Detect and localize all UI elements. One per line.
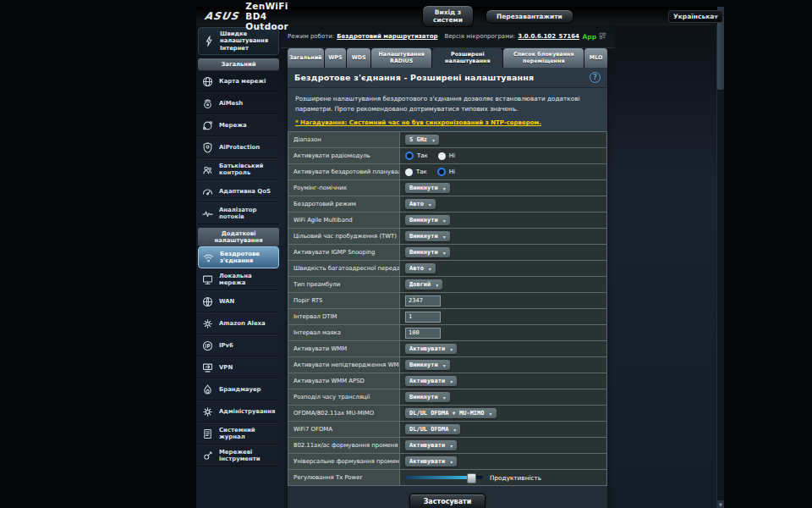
reboot-button[interactable]: Перезавантажити: [486, 9, 573, 24]
operation-mode-label: Режим роботи:: [288, 33, 334, 40]
chevron-down-icon: ▾: [453, 427, 456, 433]
igmp-snooping-select[interactable]: Вимкнути▾: [405, 247, 450, 257]
slider-handle[interactable]: [467, 473, 476, 483]
tab-roaming-block-list[interactable]: Список блокування переміщення: [503, 48, 584, 68]
sidebar-item-wan[interactable]: WAN: [198, 290, 279, 312]
table-row: 802.11ax/ac формування променя Активуват…: [288, 438, 606, 454]
table-row: Розподіл часу трансляції Вимкнути▾: [288, 389, 606, 406]
sidebar-item-adaptive-qos[interactable]: Адаптивна QoS: [198, 180, 279, 202]
field-label: Універсальне формування променя: [288, 454, 400, 470]
scroll-down-arrow[interactable]: ▼: [717, 500, 724, 508]
radio-yes[interactable]: [405, 152, 414, 160]
sidebar-item-administration[interactable]: Адміністрування: [198, 400, 279, 422]
language-label: Українська: [673, 13, 714, 20]
chevron-down-icon: ▾: [443, 218, 446, 224]
wmm-apsd-select[interactable]: Активувати▾: [405, 376, 457, 386]
sidebar-item-network-map[interactable]: Карта мережі: [198, 70, 279, 92]
wmm-no-ack-select[interactable]: Вимкнути▾: [405, 360, 450, 370]
firmware-version-link[interactable]: 3.0.0.6.102_57164: [518, 33, 579, 40]
chevron-down-icon: ▾: [450, 378, 453, 384]
scrollbar-thumb[interactable]: [717, 15, 724, 90]
ntp-warning-link[interactable]: * Нагадування: Системний час не був синх…: [288, 117, 607, 131]
band-select[interactable]: 5 GHz▾: [405, 135, 439, 145]
ofdma-mu-mimo-select[interactable]: DL/UL OFDMA + MU-MIMO▾: [405, 408, 497, 418]
multicast-rate-select[interactable]: Авто▾: [405, 263, 436, 273]
sidebar-item-ipv6[interactable]: IPv6: [198, 334, 279, 356]
sidebar-item-network[interactable]: Мережа: [198, 114, 279, 136]
tab-radius[interactable]: Налаштування RADIUS: [371, 48, 431, 68]
field-label: WiFi Agile Multiband: [288, 213, 400, 229]
apply-button[interactable]: Застосувати: [409, 494, 486, 508]
sidebar-item-quick-internet-setup[interactable]: Швидке налаштування Інтернет: [198, 27, 279, 55]
gauge-icon: [200, 184, 215, 199]
scrollbar[interactable]: ▲ ▼: [716, 7, 724, 508]
sidebar-item-firewall[interactable]: Брандмауер: [198, 378, 279, 400]
wifi7-ofdma-select[interactable]: DL/UL OFDMA▾: [405, 424, 460, 434]
sidebar-item-parental-control[interactable]: Батьківський контроль: [198, 158, 279, 180]
field-label: Діапазон: [288, 132, 400, 148]
content-panel: Бездротове з'єднання - Розширені налашту…: [288, 68, 607, 508]
sidebar-item-traffic-analyzer[interactable]: Аналізатор потоків: [198, 202, 279, 224]
sidebar-item-aiprotection[interactable]: AiProtection: [198, 136, 279, 158]
sidebar-item-system-log[interactable]: Системний журнал: [198, 422, 279, 444]
help-icon[interactable]: ?: [590, 72, 601, 83]
tab-professional[interactable]: Розширені налаштування: [432, 48, 502, 68]
wireless-mode-select[interactable]: Авто▾: [405, 199, 436, 209]
rts-threshold-input[interactable]: [405, 295, 441, 306]
tab-general[interactable]: Загальний: [288, 48, 324, 68]
chevron-down-icon: ▾: [443, 362, 446, 368]
firmware-label: Версія мікропрограми:: [444, 33, 515, 40]
field-label: Поріг RTS: [288, 293, 400, 309]
field-label: OFDMA/802.11ax MU-MIMO: [288, 406, 400, 422]
table-row: Швидкість багатоадресної передачі (Мбіт/…: [288, 261, 606, 277]
universal-beamforming-select[interactable]: Активувати▾: [405, 456, 457, 467]
enable-radio-group: Так Ні: [405, 152, 462, 160]
sidebar-item-lan[interactable]: Локальна мережа: [198, 268, 279, 290]
field-label: Активувати WMM APSD: [288, 373, 400, 389]
twt-select[interactable]: Вимкнути▾: [405, 231, 450, 241]
language-select[interactable]: Українська ▼: [668, 10, 723, 23]
chevron-down-icon: ▾: [443, 234, 446, 240]
slider-track[interactable]: [405, 476, 483, 479]
wmm-select[interactable]: Активувати▾: [405, 344, 457, 354]
beacon-interval-input[interactable]: [405, 328, 441, 339]
page-title-bar: Бездротове з'єднання - Розширені налашту…: [288, 68, 607, 88]
tab-wds[interactable]: WDS: [347, 48, 370, 68]
roaming-assistant-select[interactable]: Вимкнути▾: [405, 183, 450, 193]
field-label: Регулювання Tx Power: [288, 470, 400, 486]
chevron-down-icon: ▾: [490, 411, 492, 417]
sidebar-item-vpn[interactable]: VPN: [198, 356, 279, 378]
app-badge[interactable]: App: [582, 32, 606, 41]
page: Режим роботи: Бездротовий маршрутизатор …: [196, 7, 615, 508]
sidebar-item-aimesh[interactable]: AiMesh: [198, 92, 279, 114]
slider-value-label: Продуктивність: [490, 474, 541, 482]
table-row: Регулювання Tx Power Продуктивність: [288, 470, 606, 486]
sidebar-item-network-tools[interactable]: Мережеві інструменти: [198, 444, 279, 467]
screen: ASUS ZenWiFi BD4 Outdoor Вихід з системи…: [0, 0, 812, 508]
table-row: WiFi Agile Multiband Вимкнути▾: [288, 213, 606, 229]
preamble-type-select[interactable]: Довгий▾: [405, 279, 442, 290]
field-label: Цільовий час пробудження (TWT): [288, 229, 400, 245]
wifi-agile-multiband-select[interactable]: Вимкнути▾: [405, 215, 450, 225]
tx-power-slider[interactable]: Продуктивність: [405, 474, 541, 482]
tab-mlo[interactable]: MLO: [584, 48, 607, 68]
waveform-icon: [200, 206, 215, 221]
radio-no[interactable]: [438, 152, 446, 160]
gear-icon: [200, 404, 215, 419]
airtime-fairness-select[interactable]: Вимкнути▾: [405, 392, 450, 402]
beamforming-select[interactable]: Активувати▾: [405, 440, 457, 450]
field-label: Інтервал маяка: [288, 325, 400, 341]
settings-table: Діапазон 5 GHz▾ Активувати радіомодуль Т…: [288, 131, 607, 486]
chevron-down-icon: ▾: [450, 443, 453, 449]
tab-bar: Загальний WPS WDS Налаштування RADIUS Ро…: [288, 48, 607, 68]
dtim-interval-input[interactable]: [405, 312, 441, 323]
operation-mode-link[interactable]: Бездротовий маршрутизатор: [337, 33, 437, 40]
sidebar-item-wireless[interactable]: Бездротове з'єднання: [198, 246, 279, 268]
field-label: Розподіл часу трансляції: [288, 389, 400, 406]
sidebar-item-amazon-alexa[interactable]: Amazon Alexa: [198, 312, 279, 334]
logout-button[interactable]: Вихід з системи: [422, 5, 474, 27]
radio-no[interactable]: [437, 168, 446, 176]
tab-wps[interactable]: WPS: [325, 48, 347, 68]
field-label: 802.11ax/ac формування променя: [288, 438, 400, 454]
radio-yes[interactable]: [405, 168, 413, 176]
